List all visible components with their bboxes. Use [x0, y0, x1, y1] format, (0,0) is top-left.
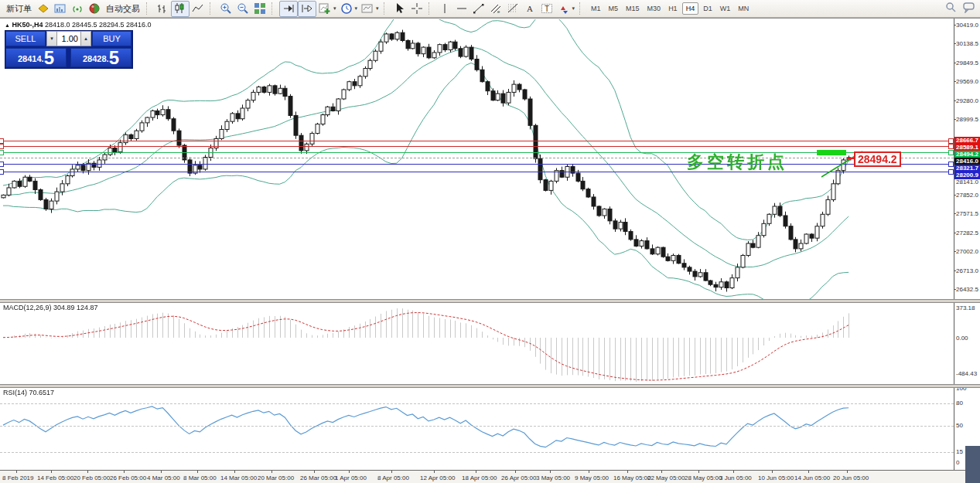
time-tick-mark [349, 471, 350, 473]
one-click-trading-panel: SELL ▾ ▴ BUY 28414. 5 28428. 5 [5, 30, 133, 69]
time-tick-label: 9 May 05:00 [575, 474, 609, 481]
price-tag-label[interactable]: 28494.2 [854, 151, 901, 167]
time-tick-mark [589, 471, 589, 473]
tile-windows-icon[interactable] [251, 2, 268, 16]
time-tick-mark [847, 471, 848, 473]
channel-tool-icon[interactable]: e [487, 2, 504, 16]
time-tick-mark [161, 471, 162, 473]
indicators-icon[interactable] [316, 2, 333, 16]
vertical-line-tool-icon[interactable] [436, 2, 453, 16]
autotrading-icon[interactable] [86, 2, 103, 16]
tab-timeframe-d1[interactable]: D1 [700, 3, 715, 14]
time-tick-mark [16, 471, 17, 473]
horizontal-line-object[interactable] [0, 152, 954, 153]
tab-timeframe-w1[interactable]: W1 [717, 3, 734, 14]
line-handle[interactable] [0, 144, 4, 149]
zoom-out-icon[interactable] [234, 2, 251, 16]
market-watch-icon[interactable] [52, 2, 69, 16]
autotrading-button[interactable]: 自动交易 [103, 3, 143, 15]
rsi-axis-label: 15 [956, 448, 963, 455]
separator [271, 2, 276, 15]
sell-price-display[interactable]: 28414. 5 [5, 48, 67, 67]
horizontal-line-object[interactable] [0, 141, 954, 141]
new-order-button[interactable]: 新订单 [3, 3, 35, 15]
pane-divider[interactable] [0, 299, 980, 303]
time-tick-mark [271, 471, 272, 473]
chart-canvas[interactable] [0, 19, 980, 483]
rsi-level-line [0, 452, 954, 453]
text-label-tool-icon[interactable]: T [538, 2, 555, 16]
trendline-tool-icon[interactable] [470, 2, 487, 16]
chat-icon[interactable] [963, 2, 975, 16]
line-handle[interactable] [948, 169, 954, 175]
price-axis-border [954, 19, 954, 470]
volume-increase-button[interactable]: ▴ [80, 31, 91, 46]
line-handle[interactable] [0, 162, 4, 167]
price-tick-label: 28141.0 [956, 179, 978, 185]
arrows-dropdown-icon[interactable]: ▾ [572, 5, 575, 12]
time-tick-mark [733, 471, 734, 473]
price-tick-label: 27282.5 [956, 230, 978, 236]
buy-price-main: 28428. [83, 51, 109, 66]
fibonacci-tool-icon[interactable] [504, 2, 521, 16]
line-handle[interactable] [0, 169, 4, 175]
arrows-tool-icon[interactable] [555, 2, 572, 16]
tab-timeframe-mn[interactable]: MN [735, 3, 752, 14]
line-handle[interactable] [948, 144, 954, 149]
time-tick-mark [87, 471, 88, 473]
line-handle[interactable] [0, 150, 4, 155]
horizontal-line-object[interactable] [0, 164, 954, 165]
time-axis[interactable]: 8 Feb 201914 Feb 05:0020 Feb 05:0026 Feb… [0, 470, 980, 483]
tab-timeframe-m5[interactable]: M5 [606, 3, 622, 14]
chart-shift-icon[interactable] [298, 1, 316, 17]
buy-price-big-digit: 5 [109, 49, 119, 66]
horizontal-line-tool-icon[interactable] [453, 2, 470, 16]
svg-text:T: T [545, 5, 549, 13]
gold-icon[interactable] [35, 2, 52, 16]
turning-point-annotation[interactable]: 多空转折点 [687, 151, 787, 174]
mt4-window: 新订单 自动交易 ▾ ▾ ▾ e A T ▾ M [0, 0, 980, 483]
time-tick-mark [698, 471, 699, 473]
line-chart-icon[interactable] [190, 2, 207, 16]
volume-input[interactable] [57, 31, 80, 46]
time-tick-mark [234, 471, 235, 473]
time-tick-label: 16 May 05:00 [613, 474, 650, 481]
tab-timeframe-m1[interactable]: M1 [588, 3, 604, 14]
signal-icon[interactable] [69, 2, 86, 16]
sell-button[interactable]: SELL [5, 31, 46, 46]
time-tick-mark [434, 471, 435, 473]
templates-icon[interactable] [359, 2, 376, 16]
horizontal-line-object[interactable] [0, 146, 954, 147]
line-handle[interactable] [948, 150, 954, 155]
indicators-dropdown-icon[interactable]: ▾ [333, 5, 336, 12]
price-tick-label: 26713.0 [956, 267, 978, 274]
tab-timeframe-h4[interactable]: H4 [682, 2, 699, 15]
horizontal-line-object[interactable] [0, 172, 954, 172]
pane-divider[interactable] [0, 384, 980, 388]
tab-timeframe-m15[interactable]: M15 [623, 3, 643, 14]
templates-dropdown-icon[interactable]: ▾ [376, 5, 379, 12]
auto-scroll-icon[interactable] [279, 1, 298, 17]
buy-price-display[interactable]: 28428. 5 [70, 48, 131, 67]
line-handle[interactable] [948, 162, 954, 167]
price-tick-label: 30419.0 [956, 22, 978, 29]
time-tick-label: 14 Mar 05:00 [220, 474, 257, 481]
buy-button[interactable]: BUY [92, 31, 131, 46]
tab-timeframe-h1[interactable]: H1 [665, 3, 681, 14]
volume-decrease-button[interactable]: ▾ [46, 31, 57, 46]
cursor-icon[interactable] [391, 2, 408, 16]
crosshair-icon[interactable] [408, 2, 425, 16]
tab-timeframe-m30[interactable]: M30 [644, 3, 664, 14]
rsi-axis-label: 50 [956, 422, 963, 429]
periods-dropdown-icon[interactable]: ▾ [355, 5, 358, 12]
search-icon[interactable] [945, 2, 957, 16]
collapse-panel-icon[interactable]: ▲ [5, 22, 10, 28]
candlestick-chart-icon[interactable] [171, 1, 190, 17]
periods-clock-icon[interactable] [338, 2, 355, 16]
text-tool-icon[interactable]: A [521, 2, 538, 16]
svg-text:e: e [497, 9, 500, 14]
zoom-in-icon[interactable] [217, 2, 234, 16]
current-price-line [0, 158, 954, 158]
bar-chart-icon[interactable] [154, 2, 171, 16]
price-tick-label: 27002.0 [956, 248, 978, 255]
